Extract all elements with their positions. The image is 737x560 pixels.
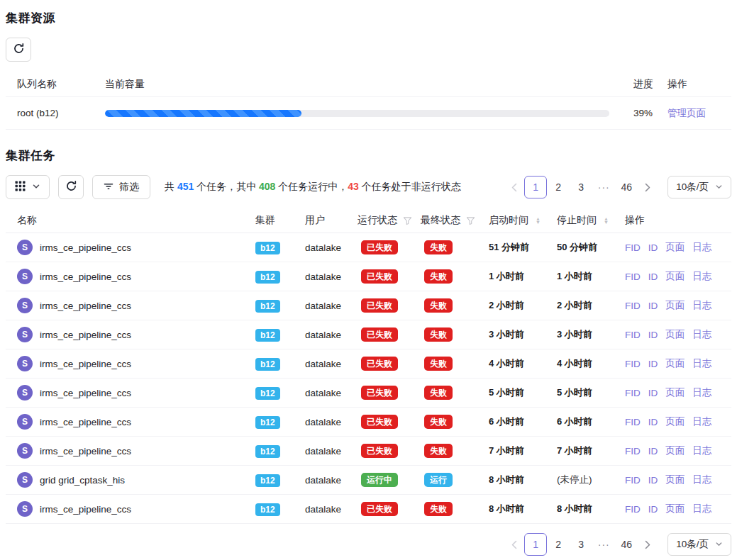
- stop-time: 3 小时前: [557, 328, 625, 341]
- id-link[interactable]: ID: [648, 301, 658, 311]
- id-link[interactable]: ID: [648, 417, 658, 427]
- page-button-3[interactable]: 3: [570, 533, 592, 556]
- id-link[interactable]: ID: [648, 359, 658, 369]
- fid-link[interactable]: FID: [625, 446, 641, 457]
- page-link[interactable]: 页面: [665, 270, 685, 283]
- page-button-46[interactable]: 46: [615, 176, 638, 198]
- resource-row-root: root (b12) 39% 管理页面: [6, 97, 731, 130]
- total-task-count: 451: [177, 181, 194, 192]
- filter-button[interactable]: 筛选: [92, 175, 150, 199]
- page-size-select[interactable]: 10条/页: [667, 176, 731, 198]
- start-time: 5 小时前: [483, 386, 557, 399]
- page-link[interactable]: 页面: [665, 357, 685, 370]
- col-resource-actions: 操作: [663, 78, 731, 91]
- grid-icon: [15, 181, 26, 194]
- run-status-badge: 已失败: [361, 415, 398, 429]
- log-link[interactable]: 日志: [692, 386, 711, 399]
- page-size-label: 10条/页: [676, 181, 709, 194]
- fid-link[interactable]: FID: [625, 242, 641, 253]
- user-name: datalake: [299, 359, 358, 369]
- log-link[interactable]: 日志: [692, 503, 711, 515]
- stop-time-sorter-icon[interactable]: ▲▼: [604, 217, 609, 225]
- not-running-task-count: 43: [348, 181, 359, 192]
- page-link[interactable]: 页面: [665, 503, 685, 515]
- log-link[interactable]: 日志: [692, 299, 711, 312]
- id-link[interactable]: ID: [648, 504, 658, 515]
- page-ellipsis[interactable]: ···: [592, 176, 615, 198]
- run-status-badge: 已失败: [361, 502, 398, 516]
- fid-link[interactable]: FID: [625, 271, 641, 282]
- next-page-button[interactable]: [638, 533, 658, 556]
- summary-text: 个任务，其中: [194, 181, 259, 192]
- page-button-1[interactable]: 1: [524, 176, 547, 198]
- log-link[interactable]: 日志: [692, 474, 711, 486]
- log-link[interactable]: 日志: [692, 444, 711, 457]
- table-row: S irms_ce_pipeline_ccs b12 datalake 已失败 …: [6, 291, 731, 320]
- start-time-sorter-icon[interactable]: ▲▼: [536, 217, 541, 225]
- user-name: datalake: [299, 242, 358, 253]
- page-link[interactable]: 页面: [665, 299, 685, 312]
- avatar: S: [17, 385, 33, 401]
- fid-link[interactable]: FID: [625, 301, 641, 311]
- id-link[interactable]: ID: [648, 330, 658, 340]
- page-link[interactable]: 页面: [665, 444, 685, 457]
- final-status-badge: 失败: [424, 502, 453, 516]
- prev-page-button[interactable]: [504, 176, 524, 198]
- column-settings-dropdown[interactable]: [6, 175, 50, 199]
- page-ellipsis[interactable]: ···: [592, 533, 615, 556]
- fid-link[interactable]: FID: [625, 475, 641, 486]
- log-link[interactable]: 日志: [692, 357, 711, 370]
- capacity-progress-bar: [105, 110, 609, 117]
- page-link[interactable]: 页面: [665, 474, 685, 486]
- start-time: 7 小时前: [483, 444, 557, 457]
- final-status-badge: 失败: [424, 444, 453, 458]
- page-button-46[interactable]: 46: [615, 533, 638, 556]
- id-link[interactable]: ID: [648, 242, 658, 253]
- page-link[interactable]: 页面: [665, 386, 685, 399]
- page-button-1[interactable]: 1: [524, 533, 547, 556]
- run-status-filter-icon[interactable]: [403, 216, 412, 225]
- final-status-badge: 失败: [424, 240, 453, 254]
- filter-button-label: 筛选: [119, 181, 139, 194]
- summary-text: 个任务处于非运行状态: [359, 181, 461, 192]
- id-link[interactable]: ID: [648, 446, 658, 457]
- id-link[interactable]: ID: [648, 388, 658, 398]
- next-page-button[interactable]: [638, 176, 658, 198]
- id-link[interactable]: ID: [648, 475, 658, 486]
- log-link[interactable]: 日志: [692, 241, 711, 254]
- page-button-3[interactable]: 3: [570, 176, 592, 198]
- summary-text: 个任务运行中，: [275, 181, 348, 192]
- page-size-label: 10条/页: [676, 538, 709, 551]
- run-status-badge: 已失败: [361, 240, 398, 254]
- final-status-badge: 失败: [424, 269, 453, 284]
- page-link[interactable]: 页面: [665, 415, 685, 428]
- page-size-select[interactable]: 10条/页: [667, 533, 731, 556]
- refresh-icon: [65, 180, 77, 194]
- fid-link[interactable]: FID: [625, 504, 641, 515]
- user-name: datalake: [299, 271, 358, 282]
- page-button-2[interactable]: 2: [547, 176, 570, 198]
- task-name: irms_ce_pipeline_ccs: [40, 504, 131, 515]
- log-link[interactable]: 日志: [692, 270, 711, 283]
- cluster-badge: b12: [255, 416, 280, 429]
- chevron-down-icon: [715, 539, 723, 550]
- log-link[interactable]: 日志: [692, 328, 711, 341]
- log-link[interactable]: 日志: [692, 415, 711, 428]
- final-status-filter-icon[interactable]: [466, 216, 475, 225]
- user-name: datalake: [299, 330, 358, 340]
- fid-link[interactable]: FID: [625, 388, 641, 398]
- page-link[interactable]: 页面: [665, 328, 685, 341]
- final-status-badge: 运行: [424, 473, 453, 487]
- manage-page-link[interactable]: 管理页面: [667, 108, 706, 118]
- prev-page-button[interactable]: [504, 533, 524, 556]
- fid-link[interactable]: FID: [625, 330, 641, 340]
- page-link[interactable]: 页面: [665, 241, 685, 254]
- id-link[interactable]: ID: [648, 271, 658, 282]
- user-name: datalake: [299, 301, 358, 311]
- refresh-resources-button[interactable]: [6, 38, 31, 62]
- user-name: datalake: [299, 417, 358, 427]
- fid-link[interactable]: FID: [625, 359, 641, 369]
- fid-link[interactable]: FID: [625, 417, 641, 427]
- refresh-tasks-button[interactable]: [58, 175, 84, 199]
- page-button-2[interactable]: 2: [547, 533, 570, 556]
